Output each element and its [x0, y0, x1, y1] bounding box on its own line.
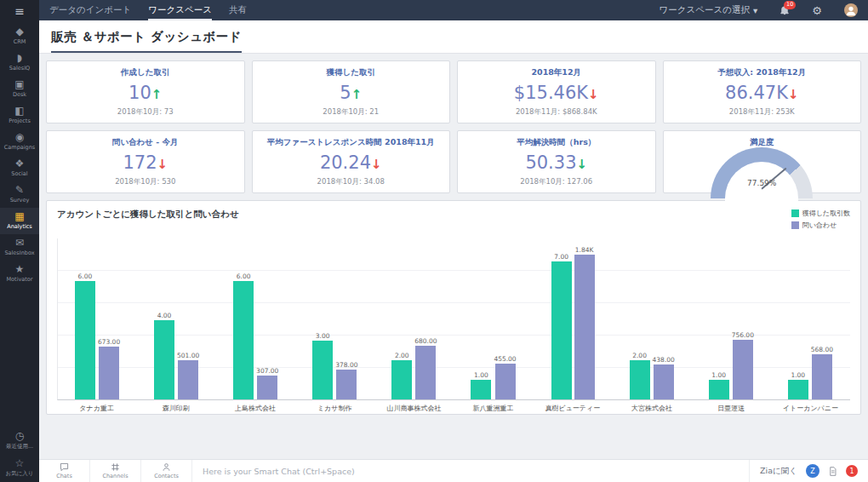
kpi-card-deals-won[interactable]: 獲得した取引 5↑ 2018年10月: 21 [252, 60, 451, 123]
kpi-card-tickets-this-month[interactable]: 問い合わせ - 今月 172↓ 2018年10月: 530 [46, 130, 245, 193]
settings-button[interactable]: ⚙ [812, 4, 822, 17]
zia-icon[interactable]: Z [806, 464, 819, 478]
bar-value-label: 673.00 [98, 338, 120, 346]
bar-column: 455.00 [494, 355, 516, 399]
gear-icon: ⚙ [812, 4, 822, 17]
kpi-card-revenue[interactable]: 2018年12月 $15.46K↓ 2018年11月: $868.84K [457, 60, 656, 123]
channels-tab[interactable]: Channels [90, 460, 141, 482]
sidebar-item-motivator[interactable]: ★ Motivator [0, 261, 39, 287]
bar[interactable] [75, 281, 95, 399]
kpi-value: $15.46K [514, 83, 588, 103]
chart-plot: 6.00673.004.00501.006.00307.003.00378.00… [57, 238, 850, 400]
document-icon[interactable] [828, 467, 837, 476]
sidebar-item-projects[interactable]: ◧ Projects [0, 102, 39, 129]
chart-title: アカウントごとに獲得した取引と問い合わせ [57, 209, 238, 221]
chat-tab-label: Chats [56, 473, 72, 479]
bar[interactable] [391, 360, 412, 399]
bar[interactable] [336, 370, 357, 399]
sidebar-item-crm[interactable]: ◆ CRM [0, 23, 39, 49]
kpi-card-first-response-time[interactable]: 平均ファーストレスポンス時間 2018年11月 20.24↓ 2018年10月:… [252, 130, 451, 193]
title-bar: 販売 ＆サポート ダッシュボード [39, 20, 868, 54]
bar-column: 4.00 [154, 312, 174, 399]
kpi-title: 平均ファーストレスポンス時間 2018年11月 [260, 137, 443, 148]
bar-column: 1.00 [471, 371, 491, 399]
bar[interactable] [654, 364, 674, 399]
chat-bubble-icon [60, 462, 69, 472]
dashboard-content: 作成した取引 10↑ 2018年10月: 73 獲得した取引 5↑ 2018年1… [39, 54, 868, 459]
bar[interactable] [471, 380, 491, 399]
legend-item[interactable]: 問い合わせ [791, 221, 850, 230]
bar[interactable] [312, 341, 333, 399]
user-avatar[interactable] [844, 3, 858, 17]
nav-share[interactable]: 共有 [229, 0, 247, 20]
projects-icon: ◧ [0, 106, 39, 117]
bar-value-label: 501.00 [177, 352, 199, 359]
notifications-button[interactable]: 10 [779, 5, 790, 15]
chart-legend: 獲得した取引数 問い合わせ [791, 209, 850, 230]
sidebar-item-social[interactable]: ❖ Social [0, 155, 39, 181]
bar[interactable] [630, 360, 650, 399]
sidebar-item-salesinbox[interactable]: ✉ SalesInbox [0, 234, 39, 261]
kpi-card-resolution-time[interactable]: 平均解決時間（hrs） 50.33↓ 2018年10月: 127.06 [457, 130, 656, 193]
category-label: 山川商事株式会社 [374, 404, 454, 413]
sidebar-item-analytics[interactable]: ▦ Analytics [0, 208, 39, 234]
kpi-card-deals-created[interactable]: 作成した取引 10↑ 2018年10月: 73 [46, 60, 245, 123]
bar[interactable] [233, 281, 254, 399]
bar-value-label: 7.00 [554, 253, 568, 261]
legend-swatch [791, 221, 799, 229]
bar-column: 1.00 [709, 371, 729, 399]
trend-down-icon: ↓ [588, 87, 599, 102]
sidebar-item-favorites[interactable]: ☆ お気に入り [0, 455, 39, 482]
salesinbox-icon: ✉ [0, 238, 39, 249]
sidebar-item-label: Campaigns [0, 144, 39, 151]
bar-value-label: 568.00 [811, 346, 833, 353]
bar-value-label: 1.84K [575, 246, 594, 254]
sidebar-item-salesiq[interactable]: ◗ SalesIQ [0, 49, 39, 76]
bar[interactable] [733, 340, 753, 399]
bar-value-label: 455.00 [494, 355, 516, 363]
bar[interactable] [551, 261, 572, 399]
chatbar-right: Ziaに聞く Z 1 [749, 460, 868, 482]
chat-tab-label: Channels [102, 473, 128, 479]
bar[interactable] [178, 360, 198, 399]
app-window: ≡ ◆ CRM ◗ SalesIQ ▣ Desk ◧ Projects ◉ Ca… [0, 0, 868, 482]
smart-chat-input[interactable] [192, 467, 749, 476]
kpi-title: 2018年12月 [465, 67, 648, 78]
bar-value-label: 6.00 [78, 273, 93, 280]
nav-workspace[interactable]: ワークスペース [148, 0, 212, 20]
bar[interactable] [709, 380, 729, 399]
bar[interactable] [495, 364, 516, 399]
sidebar-item-desk[interactable]: ▣ Desk [0, 76, 39, 102]
bar-value-label: 1.00 [791, 371, 805, 379]
bar[interactable] [415, 346, 436, 399]
bar[interactable] [99, 347, 119, 399]
bar-column: 6.00 [75, 273, 95, 399]
sidebar-item-survey[interactable]: ✎ Survey [0, 181, 39, 208]
bar-column: 1.00 [788, 371, 808, 399]
contacts-tab[interactable]: Contacts [141, 460, 192, 482]
bar[interactable] [574, 255, 595, 399]
chats-tab[interactable]: Chats [39, 460, 90, 482]
bar[interactable] [812, 354, 832, 399]
sidebar-item-recent[interactable]: ◷ 最近使用... [0, 427, 39, 455]
workspace-selector[interactable]: ワークスペースの選択 ▾ [660, 4, 758, 16]
nav-data-import[interactable]: データのインポート [49, 0, 131, 20]
chart-card: アカウントごとに獲得した取引と問い合わせ 獲得した取引数 問い合わせ 6.006… [46, 200, 861, 415]
bar[interactable] [788, 380, 808, 399]
hamburger-menu-icon[interactable]: ≡ [14, 0, 25, 23]
bar[interactable] [257, 376, 277, 399]
satisfaction-gauge: 77.59% [711, 147, 813, 187]
bar[interactable] [154, 320, 174, 399]
motivator-icon: ★ [0, 264, 39, 275]
sidebar-item-campaigns[interactable]: ◉ Campaigns [0, 129, 39, 155]
smart-chat-bar: Chats Channels Contacts Ziaに聞く Z 1 [39, 459, 868, 482]
category-label: 上島株式会社 [215, 404, 294, 413]
ask-zia-button[interactable]: Ziaに聞く [760, 466, 797, 477]
kpi-card-expected-revenue[interactable]: 予想収入: 2018年12月 86.47K↓ 2018年11月: 253K [663, 60, 862, 123]
kpi-card-satisfaction-gauge[interactable]: 満足度 77.59% [663, 130, 862, 193]
kpi-title: 問い合わせ - 今月 [54, 137, 237, 148]
bar-column: 6.00 [233, 273, 254, 399]
bar-column: 756.00 [732, 331, 754, 399]
recent-icon: ◷ [0, 431, 39, 442]
legend-item[interactable]: 獲得した取引数 [791, 209, 850, 218]
